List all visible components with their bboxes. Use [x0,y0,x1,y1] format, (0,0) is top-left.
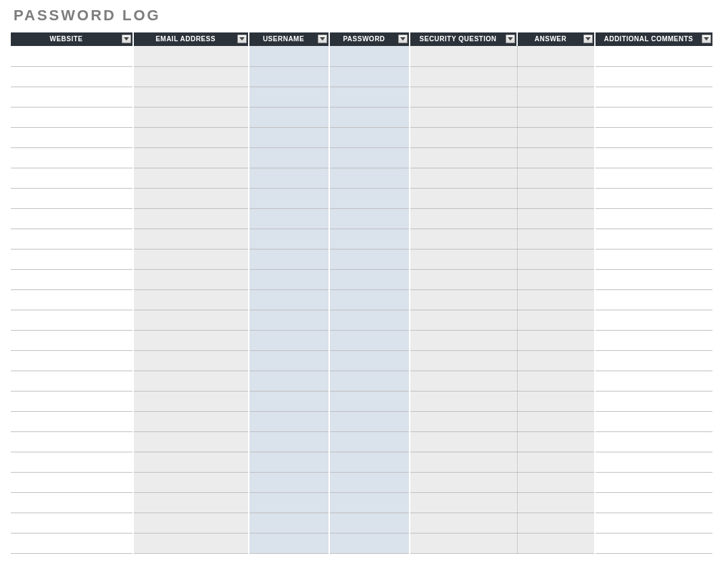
cell-input[interactable] [134,209,248,229]
cell-input[interactable] [330,392,409,411]
cell-input[interactable] [249,108,329,127]
cell-input[interactable] [330,148,409,168]
cell-input[interactable] [330,351,409,371]
cell-input[interactable] [410,473,517,492]
cell-input[interactable] [134,46,248,66]
cell-input[interactable] [330,493,409,513]
cell-input[interactable] [596,310,712,330]
cell-input[interactable] [518,270,595,289]
cell-input[interactable] [330,168,409,188]
cell-input[interactable] [330,412,409,431]
cell-input[interactable] [249,412,329,431]
cell-input[interactable] [249,46,329,66]
cell-input[interactable] [410,168,517,188]
cell-input[interactable] [11,452,132,472]
cell-input[interactable] [134,270,248,289]
cell-input[interactable] [330,513,409,533]
cell-input[interactable] [596,250,712,269]
cell-input[interactable] [330,209,409,229]
cell-input[interactable] [11,67,132,87]
cell-input[interactable] [596,148,712,168]
cell-input[interactable] [518,46,595,66]
cell-input[interactable] [518,108,595,127]
cell-input[interactable] [518,310,595,330]
cell-input[interactable] [11,270,132,289]
cell-input[interactable] [518,189,595,208]
cell-input[interactable] [134,148,248,168]
cell-input[interactable] [330,189,409,208]
cell-input[interactable] [134,493,248,513]
cell-input[interactable] [11,331,132,350]
cell-input[interactable] [330,331,409,350]
cell-input[interactable] [596,371,712,391]
cell-input[interactable] [596,108,712,127]
cell-input[interactable] [134,452,248,472]
filter-button-password[interactable] [398,34,408,43]
cell-input[interactable] [11,87,132,107]
cell-input[interactable] [11,168,132,188]
cell-input[interactable] [596,189,712,208]
cell-input[interactable] [596,513,712,533]
cell-input[interactable] [11,46,132,66]
cell-input[interactable] [134,351,248,371]
cell-input[interactable] [330,310,409,330]
cell-input[interactable] [410,148,517,168]
cell-input[interactable] [11,412,132,431]
cell-input[interactable] [596,473,712,492]
cell-input[interactable] [11,209,132,229]
cell-input[interactable] [410,493,517,513]
cell-input[interactable] [518,87,595,107]
cell-input[interactable] [596,452,712,472]
cell-input[interactable] [330,250,409,269]
cell-input[interactable] [596,229,712,249]
cell-input[interactable] [596,46,712,66]
cell-input[interactable] [410,87,517,107]
cell-input[interactable] [596,67,712,87]
cell-input[interactable] [330,452,409,472]
cell-input[interactable] [596,432,712,452]
cell-input[interactable] [134,371,248,391]
cell-input[interactable] [134,67,248,87]
cell-input[interactable] [11,392,132,411]
cell-input[interactable] [134,229,248,249]
cell-input[interactable] [249,534,329,553]
cell-input[interactable] [410,534,517,553]
cell-input[interactable] [249,128,329,147]
filter-button-username[interactable] [318,34,327,43]
cell-input[interactable] [596,270,712,289]
cell-input[interactable] [134,513,248,533]
cell-input[interactable] [249,250,329,269]
cell-input[interactable] [410,432,517,452]
cell-input[interactable] [330,473,409,492]
cell-input[interactable] [134,168,248,188]
cell-input[interactable] [249,392,329,411]
cell-input[interactable] [518,290,595,310]
cell-input[interactable] [596,534,712,553]
cell-input[interactable] [518,209,595,229]
cell-input[interactable] [249,67,329,87]
cell-input[interactable] [410,108,517,127]
cell-input[interactable] [410,331,517,350]
cell-input[interactable] [596,168,712,188]
cell-input[interactable] [249,432,329,452]
cell-input[interactable] [518,168,595,188]
filter-button-website[interactable] [122,34,131,43]
cell-input[interactable] [410,128,517,147]
cell-input[interactable] [410,229,517,249]
cell-input[interactable] [518,432,595,452]
filter-button-security-question[interactable] [506,34,515,43]
filter-button-email[interactable] [237,34,247,43]
cell-input[interactable] [410,351,517,371]
cell-input[interactable] [11,473,132,492]
cell-input[interactable] [596,412,712,431]
cell-input[interactable] [518,128,595,147]
cell-input[interactable] [330,87,409,107]
cell-input[interactable] [249,452,329,472]
cell-input[interactable] [596,87,712,107]
cell-input[interactable] [330,67,409,87]
cell-input[interactable] [249,209,329,229]
cell-input[interactable] [410,452,517,472]
cell-input[interactable] [330,270,409,289]
cell-input[interactable] [11,148,132,168]
cell-input[interactable] [330,128,409,147]
